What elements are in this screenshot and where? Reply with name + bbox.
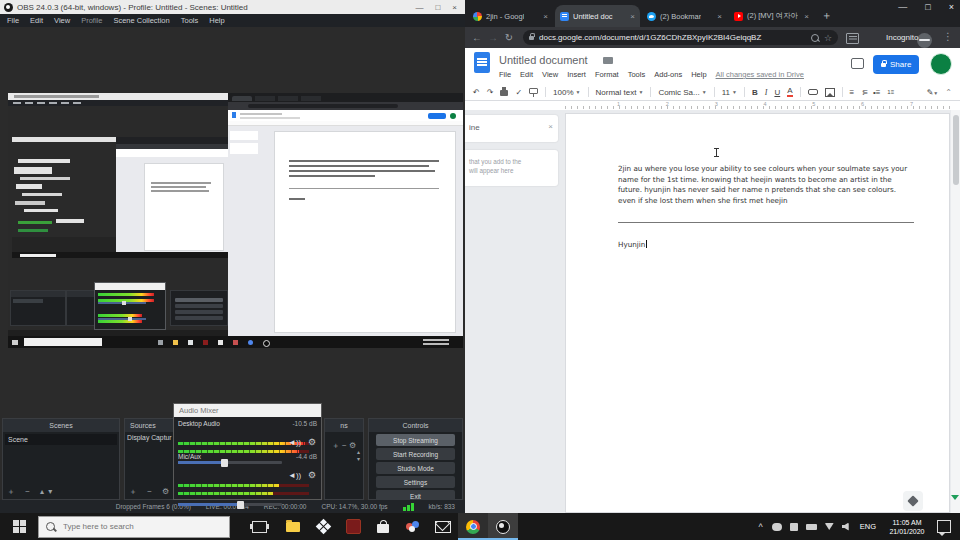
tab-close-icon[interactable]: × xyxy=(543,12,548,21)
docs-menu-format[interactable]: Format xyxy=(595,70,619,79)
task-view-button[interactable] xyxy=(244,513,274,540)
dropbox-button[interactable] xyxy=(308,513,338,540)
paint-format-icon[interactable] xyxy=(529,88,538,94)
settings-button[interactable]: Settings xyxy=(376,476,455,488)
print-icon[interactable] xyxy=(500,90,508,96)
audio-mixer-float[interactable]: Audio Mixer Desktop Audio -10.5 dB ◄)) ⚙… xyxy=(173,403,322,500)
obs-taskbar-button[interactable] xyxy=(488,513,518,540)
new-tab-button[interactable]: ＋ xyxy=(821,8,832,23)
obs-maximize-button[interactable]: □ xyxy=(435,3,440,12)
bullet-list-icon[interactable]: •≡ xyxy=(873,88,880,97)
vertical-scrollbar[interactable] xyxy=(951,110,960,513)
obs-close-button[interactable]: × xyxy=(452,3,457,12)
scene-list-item[interactable]: Scene xyxy=(5,434,117,445)
obs-minimize-button[interactable]: — xyxy=(415,3,423,12)
transition-duration-spinner[interactable]: ▴▾ xyxy=(357,449,360,463)
document-page[interactable]: 2jin au where you lose your ability to s… xyxy=(565,113,950,513)
start-recording-button[interactable]: Start Recording xyxy=(376,448,455,460)
search-input[interactable] xyxy=(61,521,215,532)
channel-gear-icon[interactable]: ⚙ xyxy=(308,437,316,447)
tab-2jin-google[interactable]: 2jin - Googl × xyxy=(468,5,553,27)
tab-twitter-bookmarks[interactable]: (2) Bookmar × xyxy=(642,5,727,27)
stop-streaming-button[interactable]: Stop Streaming xyxy=(376,434,455,446)
incognito-avatar-icon[interactable] xyxy=(917,33,932,48)
styles-select[interactable]: Normal text▼ xyxy=(596,88,644,97)
channel-gear-icon[interactable]: ⚙ xyxy=(308,470,316,480)
taskbar-clock[interactable]: 11:05 AM 21/01/2020 xyxy=(884,518,930,536)
numbered-list-icon[interactable]: 1≡ xyxy=(887,89,894,95)
docs-menu-help[interactable]: Help xyxy=(691,70,706,79)
italic-icon[interactable]: I xyxy=(765,88,768,97)
people-app-button[interactable] xyxy=(398,513,428,540)
tab-untitled-document[interactable]: Untitled doc × xyxy=(555,5,640,27)
sources-dock-toolbar[interactable]: ＋ − ⚙ xyxy=(129,486,173,497)
studio-mode-button[interactable]: Studio Mode xyxy=(376,462,455,474)
onedrive-cloud-icon[interactable] xyxy=(772,523,782,531)
wifi-icon[interactable] xyxy=(825,523,834,530)
obs-preview-capture[interactable] xyxy=(8,93,463,348)
zoom-select[interactable]: 100%▼ xyxy=(553,88,580,97)
font-size-select[interactable]: 11▼ xyxy=(722,88,737,97)
volume-slider[interactable] xyxy=(178,503,282,506)
saved-status-link[interactable]: All changes saved in Drive xyxy=(716,70,804,79)
tab-close-icon[interactable]: × xyxy=(804,12,809,21)
docs-menu-view[interactable]: View xyxy=(542,70,558,79)
docs-menu-insert[interactable]: Insert xyxy=(567,70,586,79)
tab-close-icon[interactable]: × xyxy=(717,12,722,21)
scrollbar-thumb[interactable] xyxy=(953,115,959,185)
tray-expand-chevron[interactable]: ^ xyxy=(759,522,763,532)
chrome-maximize-button[interactable]: □ xyxy=(925,2,930,12)
docs-menu-edit[interactable]: Edit xyxy=(520,70,533,79)
forward-icon[interactable]: → xyxy=(485,32,501,43)
extensions-icon[interactable] xyxy=(846,33,859,44)
chrome-menu-dots-icon[interactable]: ⋮ xyxy=(943,31,953,42)
mute-speaker-icon[interactable]: ◄)) xyxy=(288,438,301,447)
obs-titlebar[interactable]: OBS 24.0.3 (64-bit, windows) - Profile: … xyxy=(0,0,465,14)
scroll-notification-arrow[interactable] xyxy=(951,495,959,500)
docs-menu-addons[interactable]: Add-ons xyxy=(654,70,682,79)
scenes-dock-toolbar[interactable]: ＋ − ▴▾ xyxy=(7,486,56,497)
docs-home-icon[interactable] xyxy=(474,52,490,73)
volume-icon[interactable] xyxy=(842,523,849,531)
mute-speaker-icon[interactable]: ◄)) xyxy=(288,471,301,480)
text-color-icon[interactable]: A xyxy=(787,87,792,97)
media-app-button[interactable] xyxy=(338,513,368,540)
file-explorer-button[interactable] xyxy=(278,513,308,540)
document-body-text[interactable]: 2jin au where you lose your ability to s… xyxy=(618,164,915,206)
obs-menu-edit[interactable]: Edit xyxy=(30,16,43,25)
insert-link-icon[interactable] xyxy=(808,89,818,95)
reload-icon[interactable]: ↻ xyxy=(501,32,517,43)
chrome-taskbar-button[interactable] xyxy=(458,513,488,540)
obs-menu-scene-collection[interactable]: Scene Collection xyxy=(113,16,169,25)
tab-youtube-mv[interactable]: (2) [MV] 여자아 × xyxy=(729,5,814,27)
docs-menu-file[interactable]: File xyxy=(499,70,511,79)
outline-close-icon[interactable]: × xyxy=(548,122,553,131)
undo-icon[interactable]: ↶ xyxy=(473,88,480,97)
document-signature-line[interactable]: Hyunjin xyxy=(618,240,647,249)
action-center-button[interactable] xyxy=(932,513,956,540)
collapse-toolbar-icon[interactable]: ⌃ xyxy=(945,88,952,97)
move-to-folder-icon[interactable] xyxy=(603,57,613,64)
omnibox[interactable]: docs.google.com/document/d/1GZ6CDhZBXpyI… xyxy=(523,30,838,45)
docs-menu-tools[interactable]: Tools xyxy=(628,70,646,79)
obs-menu-help[interactable]: Help xyxy=(209,16,224,25)
zoom-page-icon[interactable] xyxy=(811,34,819,42)
spellcheck-icon[interactable]: ✓ xyxy=(515,88,522,97)
obs-menu-view[interactable]: View xyxy=(54,16,70,25)
underline-icon[interactable]: U xyxy=(774,88,780,97)
security-shield-icon[interactable] xyxy=(790,523,798,531)
obs-menu-tools[interactable]: Tools xyxy=(181,16,199,25)
obs-menu-file[interactable]: File xyxy=(7,16,19,25)
store-button[interactable] xyxy=(368,513,398,540)
share-button[interactable]: Share xyxy=(873,55,919,74)
align-icon[interactable]: ≡ xyxy=(850,88,855,97)
insert-image-icon[interactable] xyxy=(825,88,835,97)
mail-button[interactable] xyxy=(428,513,458,540)
editing-mode-icon[interactable]: ✎▼ xyxy=(927,88,939,97)
volume-slider[interactable] xyxy=(178,461,282,464)
back-icon[interactable]: ← xyxy=(469,32,485,43)
bold-icon[interactable]: B xyxy=(752,88,758,97)
battery-icon[interactable] xyxy=(806,524,817,530)
line-spacing-icon[interactable]: ↕≡ xyxy=(861,88,866,97)
chrome-close-button[interactable]: × xyxy=(949,2,954,12)
